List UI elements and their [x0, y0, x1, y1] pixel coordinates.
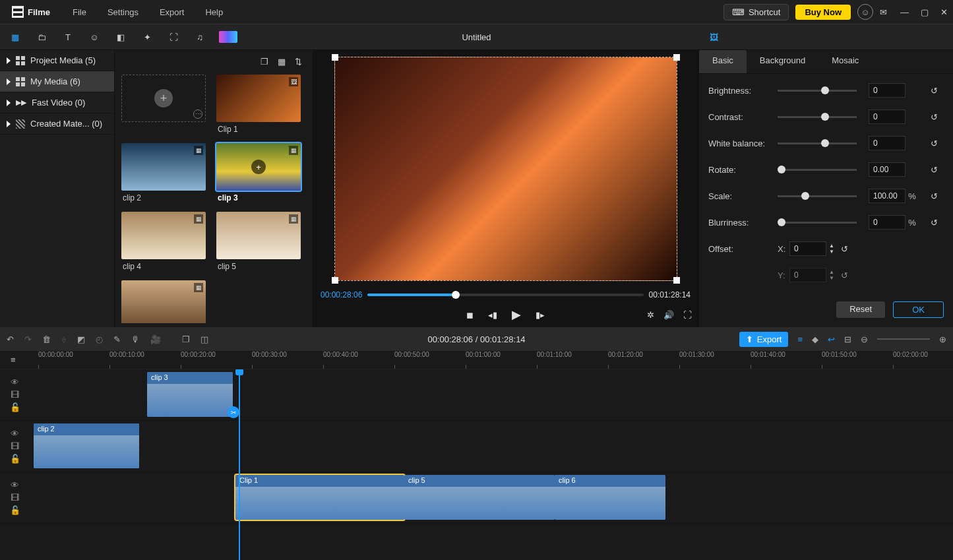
shortcut-button[interactable]: ⌨ Shortcut: [723, 4, 789, 20]
scale-input[interactable]: [869, 189, 906, 203]
stepper[interactable]: ▲▼: [829, 243, 834, 255]
elements-icon[interactable]: ⛶: [166, 30, 181, 44]
track-lane[interactable]: clip 2: [30, 421, 953, 472]
volume-icon[interactable]: 🔊: [663, 310, 674, 320]
contrast-slider[interactable]: [778, 116, 857, 118]
zoom-in-button[interactable]: ⊕: [939, 334, 946, 344]
tab-mosaic[interactable]: Mosaic: [818, 50, 872, 73]
sidebar-item-fast-video[interactable]: ▶▶ Fast Video (0): [0, 92, 114, 113]
timeline-clip[interactable]: Clip 1: [235, 475, 404, 520]
menu-help[interactable]: Help: [197, 5, 231, 20]
marker-panel-button[interactable]: ◆: [812, 334, 818, 344]
minimize-icon[interactable]: —: [900, 7, 909, 17]
color-button[interactable]: ✎: [113, 334, 121, 344]
sort-icon[interactable]: ⇅: [295, 57, 302, 67]
undo-button[interactable]: ↶: [7, 334, 14, 344]
add-overlay-icon[interactable]: +: [251, 160, 266, 174]
preview-canvas[interactable]: [313, 50, 698, 288]
lock-icon[interactable]: 🔓: [10, 505, 20, 515]
lock-icon[interactable]: 🔓: [10, 402, 20, 412]
blurriness-slider[interactable]: [778, 222, 857, 224]
camera-button[interactable]: 🎥: [150, 334, 161, 344]
more-icon[interactable]: ⋯: [193, 109, 202, 119]
image-panel-icon[interactable]: 🖼: [706, 30, 721, 44]
media-clip-2[interactable]: ▦ clip 2: [121, 143, 211, 205]
media-clip-extra[interactable]: ▦: [121, 280, 211, 323]
crop-button[interactable]: ◩: [77, 334, 85, 344]
zoom-out-button[interactable]: ⊖: [861, 334, 868, 344]
stop-button[interactable]: ◼: [466, 310, 474, 320]
effects-icon[interactable]: ◧: [113, 30, 128, 44]
sidebar-item-created-materials[interactable]: Created Mate... (0): [0, 113, 114, 135]
close-icon[interactable]: ✕: [940, 7, 948, 17]
transitions-icon[interactable]: ✦: [140, 30, 154, 44]
visibility-icon[interactable]: 👁: [11, 377, 19, 387]
timeline-clip[interactable]: clip 2: [34, 423, 139, 468]
pip-button[interactable]: ❐: [182, 334, 190, 344]
play-button[interactable]: ▶: [512, 307, 521, 322]
revert-icon[interactable]: ↺: [841, 244, 854, 254]
speed-button[interactable]: ◴: [96, 334, 103, 344]
white-balance-input[interactable]: [869, 136, 906, 150]
track-lane[interactable]: Clip 1clip 5clip 6: [30, 472, 953, 523]
media-clip-1[interactable]: 🖼 Clip 1: [216, 75, 306, 137]
scale-slider[interactable]: [778, 195, 857, 197]
view-grid-icon[interactable]: ▦: [278, 57, 286, 67]
media-tab-icon[interactable]: ▦: [8, 30, 22, 44]
redo-button[interactable]: ↷: [24, 334, 32, 344]
sidebar-item-my-media[interactable]: My Media (6): [0, 71, 114, 92]
seek-knob[interactable]: [452, 291, 460, 299]
text-icon[interactable]: T: [61, 30, 75, 44]
next-frame-button[interactable]: ▮▸: [536, 310, 545, 320]
filters-icon[interactable]: [219, 31, 237, 43]
align-button[interactable]: ≡: [797, 334, 803, 344]
media-clip-3[interactable]: ▦+ clip 3: [216, 143, 306, 205]
playhead[interactable]: [239, 369, 240, 560]
fullscreen-icon[interactable]: ⛶: [683, 310, 692, 320]
media-clip-5[interactable]: ▦ clip 5: [216, 212, 306, 274]
track-lane[interactable]: clip 3✂: [30, 369, 953, 420]
mirror-button[interactable]: ◫: [200, 334, 208, 344]
timeline-menu-icon[interactable]: ≡: [11, 355, 16, 365]
folder-icon[interactable]: 🗀: [34, 30, 49, 44]
buy-now-button[interactable]: Buy Now: [795, 5, 851, 20]
loop-button[interactable]: ↩: [828, 334, 835, 344]
revert-icon[interactable]: ↺: [841, 270, 854, 280]
resize-handle-tr[interactable]: [673, 54, 680, 61]
timeline-clip[interactable]: clip 6: [555, 475, 665, 520]
ok-button[interactable]: OK: [893, 301, 944, 318]
settings-icon[interactable]: ✲: [647, 310, 654, 320]
revert-icon[interactable]: ↺: [931, 112, 944, 122]
revert-icon[interactable]: ↺: [931, 86, 944, 96]
tab-background[interactable]: Background: [747, 50, 818, 73]
revert-icon[interactable]: ↺: [931, 139, 944, 148]
maximize-icon[interactable]: ▢: [921, 7, 929, 17]
add-media-card[interactable]: + ⋯: [121, 75, 211, 137]
snap-button[interactable]: ⊟: [844, 334, 851, 344]
tab-basic[interactable]: Basic: [699, 50, 747, 73]
visibility-icon[interactable]: 👁: [11, 480, 19, 490]
split-button[interactable]: ⎀: [61, 334, 67, 344]
rotate-slider[interactable]: [778, 169, 857, 171]
brightness-input[interactable]: [869, 83, 906, 98]
reset-button[interactable]: Reset: [836, 301, 885, 318]
time-ruler[interactable]: ≡ 00:00:00:0000:00:10:0000:00:20:0000:00…: [0, 351, 953, 369]
timeline-clip[interactable]: clip 3: [147, 372, 233, 417]
revert-icon[interactable]: ↺: [931, 191, 944, 201]
mic-button[interactable]: 🎙: [131, 334, 140, 344]
scissors-icon[interactable]: ✂: [228, 406, 239, 418]
brightness-slider[interactable]: [778, 90, 857, 92]
preview-frame[interactable]: [334, 57, 677, 281]
contrast-input[interactable]: [869, 109, 906, 124]
timeline-clip[interactable]: clip 5: [404, 475, 555, 520]
resize-handle-bl[interactable]: [332, 277, 338, 284]
menu-file[interactable]: File: [65, 5, 94, 20]
white-balance-slider[interactable]: [778, 142, 857, 144]
menu-export[interactable]: Export: [152, 5, 193, 20]
mail-icon[interactable]: ✉: [880, 7, 887, 17]
blurriness-input[interactable]: [869, 215, 906, 230]
revert-icon[interactable]: ↺: [931, 165, 944, 175]
stepper[interactable]: ▲▼: [829, 269, 834, 281]
resize-handle-tl[interactable]: [332, 54, 338, 61]
lock-icon[interactable]: 🔓: [10, 454, 20, 464]
